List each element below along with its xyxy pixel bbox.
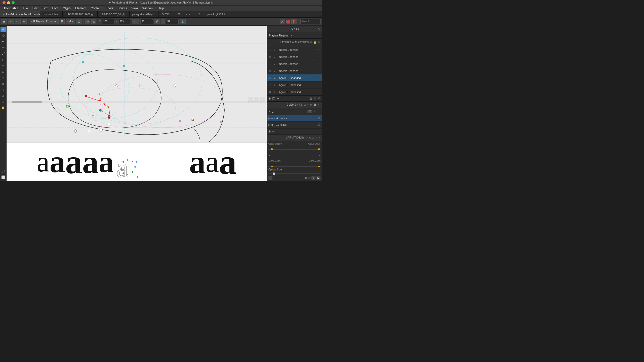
menu-view[interactable]: View	[129, 6, 140, 11]
layers-settings-btn[interactable]: ⚙	[310, 41, 312, 44]
fonts-expand-btn[interactable]: ⇱	[318, 27, 320, 31]
tab-9[interactable]: gnmhkxyfl ff ff ff...	[204, 11, 230, 17]
menu-contour[interactable]: Contour	[89, 6, 104, 11]
elements-lock-btn[interactable]: 🔒	[313, 103, 317, 106]
toolbar-glyph-selector[interactable]: G G a	[66, 19, 75, 24]
font-refresh-btn[interactable]: ↺	[318, 97, 320, 100]
width-axis-marker-right[interactable]	[318, 148, 320, 150]
layers-grid-btn[interactable]: ⊞	[304, 41, 306, 44]
menu-font[interactable]: Font	[50, 6, 60, 11]
canvas-hscroll[interactable]	[7, 101, 267, 103]
tool-contour[interactable]: ⬡	[1, 33, 6, 38]
duplicate-font-btn[interactable]: ⊡	[272, 97, 275, 101]
elements-list-btn[interactable]: ≡	[307, 103, 309, 106]
toolbar-m-btn[interactable]: M	[22, 19, 27, 24]
tab-6[interactable]: 66	[175, 11, 183, 17]
variations-icon-3[interactable]: A	[309, 136, 311, 139]
toolbar-view-btn[interactable]: ▣	[2, 19, 7, 24]
tool-paint[interactable]: 🖌	[1, 51, 6, 56]
font-list-item-5[interactable]: ◌ a Agate S...ndensed · · · · · ·	[267, 81, 322, 88]
close-button[interactable]	[3, 1, 6, 4]
x-input[interactable]	[102, 19, 114, 24]
tool-hand[interactable]: ✋	[1, 105, 6, 111]
tool-pen[interactable]: ✒	[1, 39, 6, 44]
tool-square-outline[interactable]: ⬜	[1, 174, 6, 180]
font-list-item-3[interactable]: ◉ a Needle...panded · · · · · ·	[267, 67, 322, 74]
toolbar-search[interactable]	[300, 19, 320, 24]
variations-add-btn[interactable]: +	[319, 136, 320, 139]
menu-help[interactable]: Help	[156, 6, 166, 11]
toolbar-bold-toggle[interactable]: B	[60, 19, 64, 24]
tool-transform[interactable]: ⊕	[1, 81, 6, 86]
weight-axis-track[interactable]	[268, 163, 320, 167]
toolbar-color-btn[interactable]	[286, 20, 290, 24]
weight-axis-marker[interactable]	[271, 166, 273, 167]
remove-element-btn[interactable]: −	[272, 129, 274, 134]
toolbar-h-btn[interactable]: ↕	[161, 19, 165, 24]
toolbar-up-btn[interactable]: △	[91, 19, 96, 24]
optical-size-play[interactable]: ▶	[316, 176, 320, 180]
tool-zoom[interactable]: ⌕	[1, 99, 6, 105]
toolbar-brush-btn[interactable]: 🖌	[280, 19, 285, 24]
zoom-fit-btn[interactable]: ⊡	[254, 97, 259, 102]
tab-2[interactable]: 1oH388SB 98319606 g...	[63, 11, 98, 17]
variations-icon-1[interactable]: ⊞	[302, 136, 305, 139]
height-input[interactable]	[166, 19, 179, 24]
toolbar-flag-btn[interactable]: 🚩	[291, 19, 297, 24]
menu-scripts[interactable]: Scripts	[116, 6, 129, 11]
add-font-btn[interactable]: +	[268, 97, 271, 101]
font-list-item-4[interactable]: ◉ a Agate S...xpanded · · · · · ·	[267, 74, 322, 81]
tab-playfair-agate[interactable]: ▣ Playfair: Agate SemiExpanded	[0, 11, 40, 17]
font-list-item-2[interactable]: ◌ a Needle...densed · · · · · ·	[267, 60, 322, 67]
width-input[interactable]	[140, 19, 153, 24]
add-element-btn[interactable]: +	[268, 129, 271, 134]
toolbar-aa-btn[interactable]: AA	[15, 19, 21, 24]
element-row-0[interactable]: ▶ a 45 nodes 0	[267, 115, 322, 122]
canvas-area[interactable]: - ⊡ + a a a a a a	[7, 26, 267, 181]
tool-measure[interactable]: ⊿	[1, 93, 6, 99]
variations-icon-2[interactable]: ⊹	[306, 136, 308, 139]
toolbar-anchor-btn[interactable]: ⚓	[76, 19, 82, 24]
weight-axis-marker-right[interactable]	[318, 166, 320, 167]
maximize-button[interactable]	[12, 1, 15, 4]
optical-size-thumb[interactable]	[273, 172, 275, 175]
layers-hide-btn[interactable]: 👁	[318, 41, 320, 44]
remove-font-btn[interactable]: −	[277, 97, 279, 101]
variations-icon-5[interactable]: ↺	[315, 136, 318, 139]
menu-text[interactable]: Text	[40, 6, 50, 11]
tool-rectangle[interactable]: □	[1, 69, 6, 74]
tool-node[interactable]: ⊹	[1, 87, 6, 93]
menu-element[interactable]: Element	[73, 6, 88, 11]
variations-icon-4[interactable]: ◎	[312, 136, 314, 139]
tool-ellipse[interactable]: ○	[1, 75, 6, 80]
toolbar-grid-btn[interactable]: ⊞	[85, 19, 90, 24]
elements-settings-btn[interactable]: ⚙	[310, 103, 312, 106]
element-row-1[interactable]: ▶ a 10 nodes 1	[267, 122, 322, 128]
tab-5[interactable]: -DΙΓ∂D-...	[158, 11, 175, 17]
tab-3[interactable]: 19-940,00 678,00 g8...	[98, 11, 130, 17]
minimize-button[interactable]	[7, 1, 10, 4]
toolbar-font-selector[interactable]: F F Playfair...Expanded	[30, 19, 59, 24]
menu-window[interactable]: Window	[140, 6, 155, 11]
font-expand-btn[interactable]: ⊞	[310, 97, 312, 100]
optical-size-minus[interactable]: −	[268, 176, 272, 180]
menu-edit[interactable]: Edit	[30, 6, 40, 11]
optical-size-plus[interactable]: +	[311, 176, 315, 180]
elements-grid-btn[interactable]: ⊞	[304, 103, 306, 106]
tool-pointer[interactable]: ↖	[1, 27, 6, 32]
tool-circle-outline[interactable]: ◯	[1, 168, 6, 174]
font-list-item-0[interactable]: ◌ a Needle...densed · · · · · ·	[267, 46, 322, 53]
font-settings-btn[interactable]: ⚙	[314, 97, 316, 100]
width-axis-track[interactable]	[268, 146, 320, 153]
toolbar-metrics-btn[interactable]: AV	[8, 19, 14, 24]
layers-lock-btn[interactable]: 🔒	[313, 41, 317, 44]
menu-file[interactable]: File	[21, 6, 30, 11]
tool-eraser[interactable]: ◻	[1, 57, 6, 62]
width-axis-marker[interactable]	[271, 148, 273, 150]
optical-size-track[interactable]	[268, 172, 320, 175]
tab-1[interactable]: İzin kız iktisa...	[40, 11, 63, 17]
font-selector[interactable]: Playfair Regular ▼	[267, 32, 322, 39]
zoom-in-btn[interactable]: +	[260, 97, 265, 102]
elements-eye-btn[interactable]: 👁	[318, 103, 320, 106]
font-list-item-1[interactable]: ◉ a Needle...panded · · · · · ·	[267, 53, 322, 60]
